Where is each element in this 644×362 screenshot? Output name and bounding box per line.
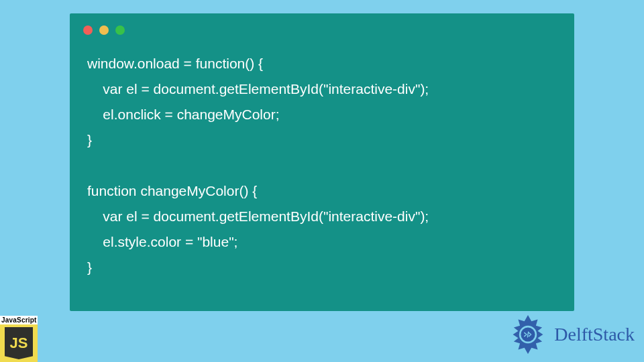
javascript-logo-text: JS — [10, 335, 28, 352]
javascript-logo-icon: JS — [0, 324, 38, 362]
window-maximize-icon — [115, 25, 125, 35]
javascript-label: JavaScript — [0, 316, 38, 324]
delftstack-text: DelftStack — [554, 324, 635, 345]
javascript-badge: JavaScript JS — [0, 316, 38, 362]
window-close-icon — [83, 25, 93, 35]
delftstack-brand: DelftStack — [506, 312, 635, 357]
code-window: window.onload = function() { var el = do… — [70, 13, 574, 311]
window-minimize-icon — [99, 25, 109, 35]
traffic-lights — [83, 25, 125, 35]
code-block: window.onload = function() { var el = do… — [87, 51, 561, 280]
delftstack-logo-icon — [506, 312, 550, 357]
